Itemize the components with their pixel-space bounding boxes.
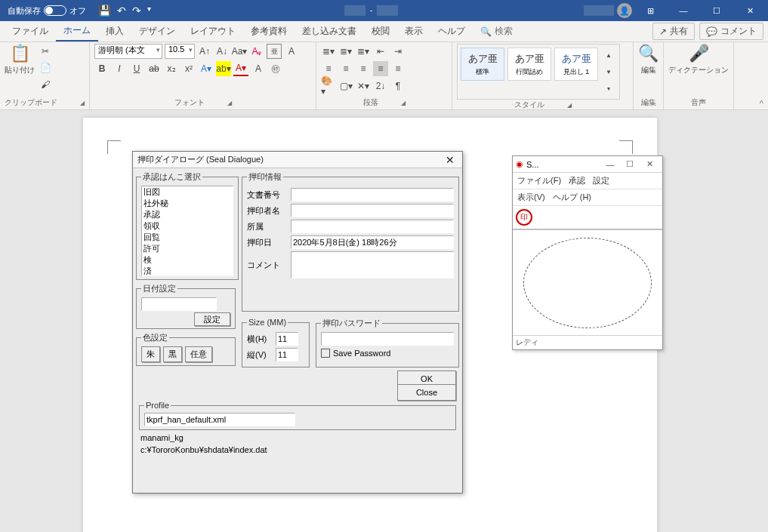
- search-box[interactable]: 🔍 検索: [480, 25, 513, 38]
- tab-view[interactable]: 表示: [397, 22, 430, 41]
- para-launcher[interactable]: ◢: [401, 100, 406, 106]
- list-item[interactable]: 回覧: [142, 232, 233, 243]
- toolwin-min-icon[interactable]: —: [600, 160, 620, 169]
- style-scrollup-icon[interactable]: ▲: [601, 48, 616, 63]
- tab-help[interactable]: ヘルプ: [430, 22, 473, 41]
- font-name-combo[interactable]: 游明朝 (本文: [94, 44, 162, 59]
- style-scrolldown-icon[interactable]: ▼: [601, 64, 616, 79]
- undo-icon[interactable]: ↶: [117, 5, 126, 17]
- save-icon[interactable]: 💾: [98, 5, 111, 17]
- phonetic-icon[interactable]: 亜: [267, 44, 282, 59]
- distribute-icon[interactable]: ≡: [390, 61, 406, 76]
- autosave-toggle[interactable]: 自動保存 オフ: [3, 5, 91, 17]
- window-min-icon[interactable]: —: [668, 0, 699, 21]
- set-date-button[interactable]: 設定: [194, 312, 230, 326]
- justify-icon[interactable]: ≡: [373, 61, 388, 76]
- size-h-input[interactable]: 11: [276, 348, 298, 361]
- numbering-icon[interactable]: ≣▾: [338, 44, 353, 59]
- border-char-icon[interactable]: A: [284, 44, 299, 59]
- list-item[interactable]: 済: [142, 266, 233, 276]
- docno-input[interactable]: [291, 188, 454, 201]
- edit-button[interactable]: 🔍 編集: [638, 44, 659, 75]
- styles-launcher[interactable]: ◢: [567, 102, 572, 109]
- save-password-checkbox[interactable]: [321, 349, 330, 358]
- profile-file-input[interactable]: tkprf_han_default.xml: [144, 413, 295, 426]
- window-max-icon[interactable]: ☐: [702, 0, 732, 21]
- user-avatar[interactable]: 👤: [617, 3, 632, 18]
- bold-button[interactable]: B: [94, 61, 109, 76]
- comment-input[interactable]: [291, 251, 454, 278]
- paste-button[interactable]: 📋 貼り付け: [5, 44, 35, 75]
- menu-file[interactable]: ファイル(F): [517, 175, 561, 186]
- multilevel-icon[interactable]: ≣▾: [356, 44, 371, 59]
- style-nospacing[interactable]: あア亜 行間詰め: [507, 48, 551, 81]
- close-icon[interactable]: ✕: [443, 154, 458, 166]
- tab-insert[interactable]: 挿入: [98, 22, 131, 41]
- indent-left-icon[interactable]: ⇤: [373, 44, 388, 59]
- sort-icon[interactable]: 2↓: [373, 78, 388, 94]
- seal-dialog-titlebar[interactable]: 押印ダイアローグ (Seal Dialogue) ✕: [133, 152, 462, 168]
- close-button[interactable]: Close: [397, 384, 456, 401]
- tab-home[interactable]: ホーム: [56, 21, 98, 42]
- collapse-ribbon-icon[interactable]: ^: [760, 99, 763, 108]
- redo-icon[interactable]: ↷: [132, 5, 141, 17]
- toolwin-close-icon[interactable]: ✕: [640, 159, 659, 169]
- clipboard-launcher[interactable]: ◢: [80, 100, 85, 106]
- cut-icon[interactable]: ✂: [38, 44, 53, 59]
- date-input[interactable]: [141, 297, 217, 311]
- clear-format-icon[interactable]: Aᵩ: [249, 44, 264, 59]
- list-item[interactable]: 社外秘: [142, 198, 233, 209]
- align-left-icon[interactable]: ≡: [321, 61, 336, 76]
- color-black-button[interactable]: 黒: [163, 346, 182, 362]
- stamp-date-input[interactable]: 2020年5月8日(金) 18時26分: [291, 235, 454, 249]
- stamp-button[interactable]: 印: [516, 209, 532, 226]
- tab-file[interactable]: ファイル: [5, 22, 56, 41]
- subscript-button[interactable]: x₂: [164, 61, 179, 76]
- list-item[interactable]: 検: [142, 254, 233, 266]
- toolwin-max-icon[interactable]: ☐: [620, 159, 640, 169]
- color-custom-button[interactable]: 任意: [185, 346, 212, 362]
- dept-input[interactable]: [291, 220, 454, 233]
- tab-layout[interactable]: レイアウト: [183, 22, 243, 41]
- menu-approve[interactable]: 承認: [569, 175, 585, 186]
- char-combine-icon[interactable]: ✕▾: [356, 78, 371, 94]
- ribbon-options-icon[interactable]: ⊞: [635, 0, 665, 21]
- highlight-icon[interactable]: ab▾: [216, 61, 231, 76]
- qat-dropdown[interactable]: ▾: [147, 5, 151, 17]
- text-effects-icon[interactable]: A▾: [199, 61, 214, 76]
- stamper-input[interactable]: [291, 204, 454, 217]
- style-gallery-icon[interactable]: ▾: [601, 81, 616, 96]
- password-input[interactable]: [321, 332, 454, 346]
- enclose-char-icon[interactable]: A: [251, 61, 266, 76]
- color-vermilion-button[interactable]: 朱: [141, 346, 160, 362]
- bullets-icon[interactable]: ≣▾: [321, 44, 336, 59]
- font-size-combo[interactable]: 10.5: [165, 44, 195, 59]
- list-item[interactable]: 領収: [142, 220, 233, 232]
- strike-button[interactable]: ab: [147, 61, 162, 76]
- menu-help[interactable]: ヘルプ (H): [553, 192, 591, 203]
- tab-design[interactable]: デザイン: [131, 22, 183, 41]
- superscript-button[interactable]: x²: [181, 61, 196, 76]
- share-button[interactable]: ↗ 共有: [652, 23, 695, 40]
- tab-review[interactable]: 校閲: [364, 22, 397, 41]
- dictate-button[interactable]: 🎤 ディクテーション: [668, 44, 729, 75]
- align-center-icon[interactable]: ≡: [338, 61, 353, 76]
- toolwin-canvas[interactable]: [513, 229, 662, 335]
- underline-button[interactable]: U: [129, 61, 144, 76]
- indent-right-icon[interactable]: ⇥: [390, 44, 406, 59]
- grow-font-icon[interactable]: A↑: [197, 44, 212, 59]
- italic-button[interactable]: I: [112, 61, 127, 76]
- menu-view[interactable]: 表示(V): [517, 192, 545, 203]
- stamp-listbox[interactable]: 旧図 社外秘 承認 領収 回覧 許可 検 済 秘: [141, 186, 233, 276]
- list-item[interactable]: 承認: [142, 209, 233, 220]
- borders-icon[interactable]: ▢▾: [338, 78, 353, 94]
- size-w-input[interactable]: 11: [276, 332, 298, 346]
- comment-button[interactable]: 💬 コメント: [699, 23, 763, 40]
- copy-icon[interactable]: 📄: [38, 60, 53, 75]
- font-color-icon[interactable]: A▾: [233, 61, 248, 76]
- show-marks-icon[interactable]: ¶: [390, 78, 406, 94]
- shrink-font-icon[interactable]: A↓: [214, 44, 230, 59]
- style-heading1[interactable]: あア亜 見出し 1: [554, 48, 598, 81]
- font-launcher[interactable]: ◢: [227, 100, 232, 106]
- toolwin-titlebar[interactable]: ◉ S... — ☐ ✕: [513, 156, 662, 173]
